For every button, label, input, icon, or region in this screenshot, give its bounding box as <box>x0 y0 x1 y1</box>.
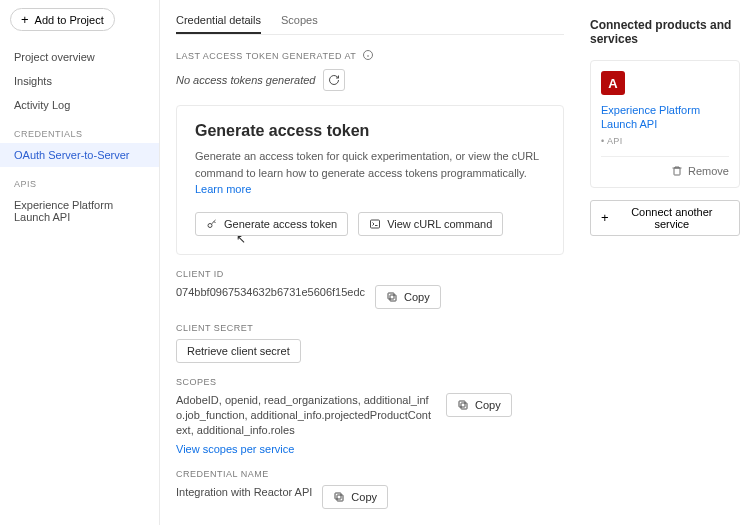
svg-point-3 <box>208 223 212 227</box>
nav-heading-apis: APIS <box>0 167 159 193</box>
generate-access-token-button[interactable]: Generate access token <box>195 212 348 236</box>
info-icon <box>362 49 374 63</box>
curl-label: View cURL command <box>387 218 492 230</box>
add-to-project-label: Add to Project <box>35 14 104 26</box>
product-type-label: • API <box>601 136 729 146</box>
credential-name-value: Integration with Reactor API <box>176 485 312 500</box>
view-scopes-link[interactable]: View scopes per service <box>176 443 564 455</box>
heading-scopes: SCOPES <box>176 377 564 387</box>
connected-panel: Connected products and services A Experi… <box>580 0 750 525</box>
svg-rect-4 <box>371 220 380 228</box>
remove-product-button[interactable]: Remove <box>671 165 729 177</box>
nav-activity-log[interactable]: Activity Log <box>0 93 159 117</box>
view-curl-button[interactable]: View cURL command <box>358 212 503 236</box>
add-to-project-button[interactable]: + Add to Project <box>10 8 115 31</box>
copy-label: Copy <box>475 399 501 411</box>
svg-rect-11 <box>335 493 341 499</box>
heading-client-secret: CLIENT SECRET <box>176 323 564 333</box>
copy-icon <box>386 291 398 303</box>
connected-heading: Connected products and services <box>590 18 740 46</box>
generate-token-card: Generate access token Generate an access… <box>176 105 564 255</box>
svg-rect-6 <box>390 295 396 301</box>
heading-last-token: LAST ACCESS TOKEN GENERATED AT <box>176 49 564 63</box>
tabs: Credential details Scopes <box>176 10 564 35</box>
copy-scopes-button[interactable]: Copy <box>446 393 512 417</box>
plus-icon: + <box>21 13 29 26</box>
heading-client-id: CLIENT ID <box>176 269 564 279</box>
heading-credential-name: CREDENTIAL NAME <box>176 469 564 479</box>
generate-label: Generate access token <box>224 218 337 230</box>
copy-label: Copy <box>404 291 430 303</box>
nav-launch-api[interactable]: Experience Platform Launch API <box>0 193 159 229</box>
scopes-value: AdobeID, openid, read_organizations, add… <box>176 393 436 439</box>
main-content: Credential details Scopes LAST ACCESS TO… <box>160 0 580 525</box>
card-body-text: Generate an access token for quick exper… <box>195 148 545 198</box>
refresh-button[interactable] <box>323 69 345 91</box>
copy-icon <box>333 491 345 503</box>
connect-another-service-button[interactable]: + Connect another service <box>590 200 740 236</box>
copy-credential-name-button[interactable]: Copy <box>322 485 388 509</box>
client-id-value: 074bbf0967534632b6731e5606f15edc <box>176 285 365 300</box>
connect-label: Connect another service <box>615 206 729 230</box>
trash-icon <box>671 165 683 177</box>
svg-rect-8 <box>461 403 467 409</box>
terminal-icon <box>369 218 381 230</box>
product-card: A Experience Platform Launch API • API R… <box>590 60 740 188</box>
heading-last-token-text: LAST ACCESS TOKEN GENERATED AT <box>176 51 356 61</box>
tab-scopes[interactable]: Scopes <box>281 10 318 34</box>
copy-icon <box>457 399 469 411</box>
remove-label: Remove <box>688 165 729 177</box>
card-body-span: Generate an access token for quick exper… <box>195 150 539 179</box>
refresh-icon <box>328 74 340 86</box>
nav-project-overview[interactable]: Project overview <box>0 45 159 69</box>
nav-heading-credentials: CREDENTIALS <box>0 117 159 143</box>
svg-rect-7 <box>388 293 394 299</box>
plus-icon: + <box>601 211 609 224</box>
copy-client-id-button[interactable]: Copy <box>375 285 441 309</box>
nav-oauth-server[interactable]: OAuth Server-to-Server <box>0 143 159 167</box>
svg-rect-9 <box>459 401 465 407</box>
no-tokens-text: No access tokens generated <box>176 74 315 86</box>
adobe-product-icon: A <box>601 71 625 95</box>
nav-insights[interactable]: Insights <box>0 69 159 93</box>
svg-rect-14 <box>674 168 680 175</box>
tab-credential-details[interactable]: Credential details <box>176 10 261 34</box>
copy-label: Copy <box>351 491 377 503</box>
retrieve-client-secret-button[interactable]: Retrieve client secret <box>176 339 301 363</box>
sidebar: + Add to Project Project overview Insigh… <box>0 0 160 525</box>
card-title: Generate access token <box>195 122 545 140</box>
learn-more-link[interactable]: Learn more <box>195 183 251 195</box>
svg-rect-10 <box>337 495 343 501</box>
product-title-link[interactable]: Experience Platform Launch API <box>601 103 729 132</box>
key-icon <box>206 218 218 230</box>
